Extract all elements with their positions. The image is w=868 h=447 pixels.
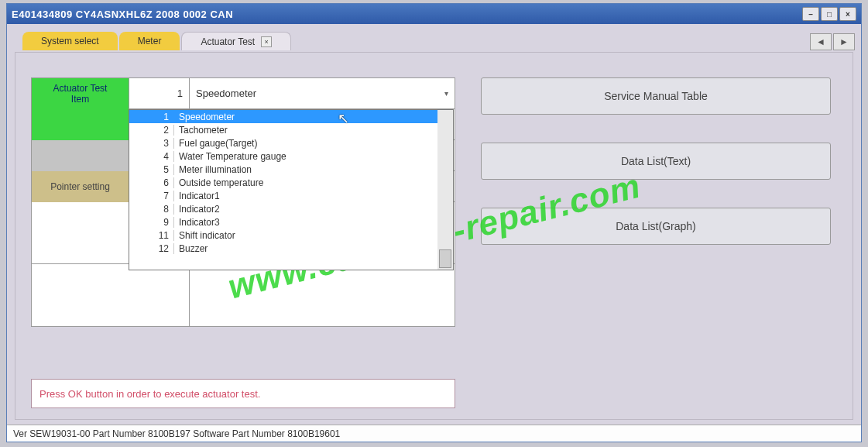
- dropdown-option-label: Shift indicator: [174, 230, 437, 241]
- button-label: Data List(Graph): [616, 220, 695, 232]
- dropdown-option[interactable]: 9Indicator3: [129, 215, 437, 229]
- dropdown-option-label: Indicator3: [174, 217, 437, 228]
- dropdown-option[interactable]: 1Speedometer: [129, 110, 437, 123]
- tab-nav: ◄ ►: [810, 33, 861, 50]
- chevron-down-icon: ▾: [444, 89, 448, 98]
- tab-system-select[interactable]: System select: [22, 32, 118, 50]
- dropdown-option[interactable]: 6Outside temperature: [129, 176, 437, 189]
- instruction-text: Press OK button in order to execute actu…: [39, 388, 260, 400]
- grid-row-blank-lower-2: [32, 264, 455, 326]
- dropdown-option[interactable]: 11Shift indicator: [129, 229, 437, 242]
- grid-header-blank-green: [32, 109, 129, 140]
- pointer-setting-header: Pointer setting: [32, 171, 129, 202]
- dropdown-option-number: 8: [129, 204, 174, 215]
- dropdown-option[interactable]: 8Indicator2: [129, 202, 437, 215]
- maximize-button[interactable]: □: [821, 7, 838, 21]
- grid-cell: [190, 264, 455, 326]
- dropdown-option-label: Meter illumination: [174, 164, 437, 175]
- dropdown-option-number: 9: [129, 217, 174, 228]
- data-list-graph-button[interactable]: Data List(Graph): [481, 208, 831, 245]
- tab-bar: System select Meter Actuator Test × ◄ ►: [7, 24, 861, 50]
- tab-label: Meter: [138, 36, 162, 46]
- tab-close-icon[interactable]: ×: [261, 36, 272, 47]
- tab-label: System select: [41, 36, 99, 46]
- dropdown-option-label: Outside temperature: [174, 177, 437, 188]
- grid-header-blank-grey: [32, 140, 129, 171]
- dropdown-option-label: Buzzer: [174, 243, 437, 254]
- right-button-column: Service Manual Table Data List(Text) Dat…: [481, 77, 831, 245]
- dropdown-option-label: Speedometer: [174, 112, 437, 122]
- dropdown-option[interactable]: 7Indicator1: [129, 189, 437, 202]
- dropdown-option-label: Indicator1: [174, 191, 437, 201]
- app-window: E401434809 CY4ASNXHL6Z 2008 0002 CAN – □…: [6, 3, 862, 442]
- tab-actuator-test[interactable]: Actuator Test ×: [181, 32, 291, 50]
- status-text: Ver SEW19031-00 Part Number 8100B197 Sof…: [13, 428, 340, 439]
- dropdown-option-number: 4: [129, 151, 174, 162]
- dropdown-option-number: 2: [129, 125, 174, 136]
- minimize-button[interactable]: –: [802, 7, 819, 21]
- window-controls: – □ ×: [802, 7, 856, 21]
- dropdown-option-number: 11: [129, 230, 174, 241]
- actuator-item-dropdown-list: 1Speedometer2Tachometer3Fuel gauge(Targe…: [129, 109, 454, 270]
- dropdown-listbox[interactable]: 1Speedometer2Tachometer3Fuel gauge(Targe…: [129, 110, 437, 270]
- button-label: Data List(Text): [621, 155, 691, 167]
- nav-prev-button[interactable]: ◄: [810, 33, 832, 50]
- tab-label: Actuator Test: [201, 36, 255, 47]
- dropdown-option-label: Water Temperature gauge: [174, 151, 437, 162]
- instruction-bar: Press OK button in order to execute actu…: [31, 379, 455, 408]
- dropdown-option-number: 12: [129, 243, 174, 254]
- dropdown-selected-value: Speedometer: [196, 88, 256, 99]
- button-label: Service Manual Table: [604, 90, 708, 102]
- scrollbar-thumb[interactable]: [439, 249, 451, 268]
- dropdown-option-label: Fuel gauge(Target): [174, 138, 437, 149]
- dropdown-option-number: 5: [129, 164, 174, 175]
- service-manual-table-button[interactable]: Service Manual Table: [481, 77, 831, 115]
- grid-row-actuator-item: Actuator Test Item 1 Speedometer ▾: [32, 78, 455, 109]
- actuator-test-item-header: Actuator Test Item: [32, 78, 129, 109]
- close-button[interactable]: ×: [839, 7, 856, 21]
- dropdown-option-number: 6: [129, 177, 174, 188]
- data-list-text-button[interactable]: Data List(Text): [481, 143, 831, 180]
- dropdown-option[interactable]: 12Buzzer: [129, 242, 437, 255]
- status-bar: Ver SEW19031-00 Part Number 8100B197 Sof…: [7, 425, 861, 442]
- window-title: E401434809 CY4ASNXHL6Z 2008 0002 CAN: [12, 9, 802, 20]
- dropdown-option[interactable]: 4Water Temperature gauge: [129, 150, 437, 163]
- actuator-test-item-dropdown[interactable]: Speedometer ▾: [190, 78, 455, 108]
- dropdown-option[interactable]: 5Meter illumination: [129, 163, 437, 176]
- dropdown-option[interactable]: 2Tachometer: [129, 123, 437, 136]
- actuator-test-item-number: 1: [129, 78, 190, 108]
- dropdown-option-number: 7: [129, 191, 174, 201]
- dropdown-option-label: Tachometer: [174, 125, 437, 136]
- dropdown-option[interactable]: 3Fuel gauge(Target): [129, 136, 437, 150]
- dropdown-option-label: Indicator2: [174, 204, 437, 215]
- nav-next-button[interactable]: ►: [833, 33, 855, 50]
- dropdown-option-number: 3: [129, 138, 174, 149]
- titlebar: E401434809 CY4ASNXHL6Z 2008 0002 CAN – □…: [7, 4, 861, 24]
- content-panel: Actuator Test Item 1 Speedometer ▾ Point…: [15, 52, 853, 420]
- dropdown-option-number: 1: [129, 112, 174, 122]
- dropdown-scrollbar[interactable]: [437, 110, 453, 270]
- grid-cell: [32, 264, 190, 326]
- tab-meter[interactable]: Meter: [119, 32, 180, 50]
